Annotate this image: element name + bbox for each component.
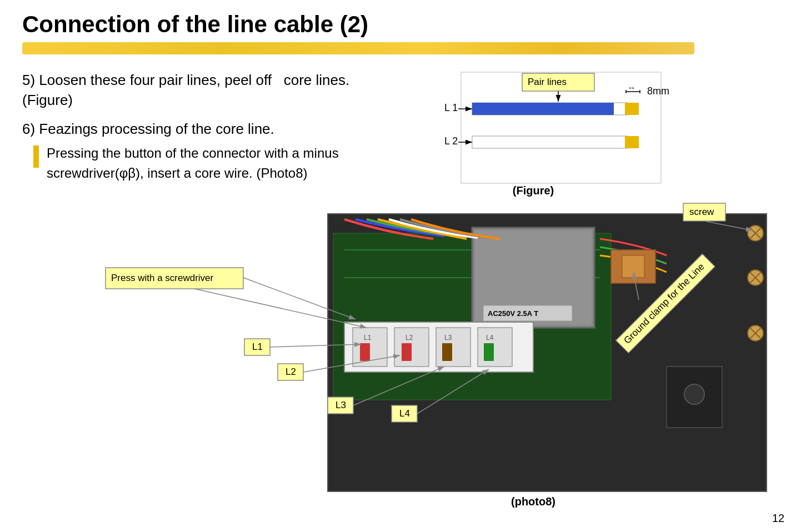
page-container: Connection of the line cable (2) 5) Loos… — [0, 0, 791, 532]
step5-text: 5) Loosen these four pair lines, peel of… — [22, 70, 356, 111]
left-text: 5) Loosen these four pair lines, peel of… — [22, 70, 356, 183]
yellow-bar — [22, 42, 694, 54]
page-title: Connection of the line cable (2) — [22, 11, 769, 38]
bullet-text: Pressing the button of the connector wit… — [47, 143, 356, 183]
content-area: 5) Loosen these four pair lines, peel of… — [22, 70, 769, 183]
bullet-item: Pressing the button of the connector wit… — [33, 143, 356, 183]
right-area — [356, 70, 769, 183]
step6-text: 6) Feazings processing of the core line. — [22, 121, 356, 138]
yellow-bullet-icon — [33, 145, 39, 168]
